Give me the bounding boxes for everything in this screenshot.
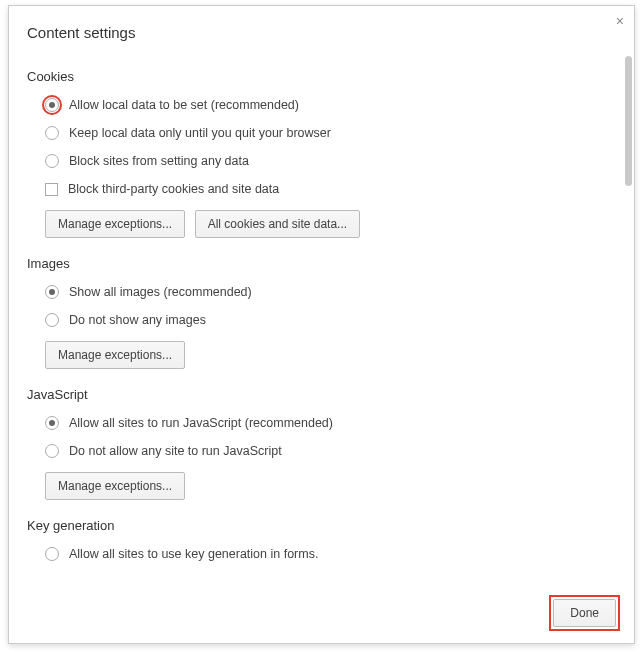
option-label: Show all images (recommended) <box>69 285 252 299</box>
radio-option-keygen-allow[interactable]: Allow all sites to use key generation in… <box>45 543 616 565</box>
manage-exceptions-button[interactable]: Manage exceptions... <box>45 210 185 238</box>
option-label: Do not show any images <box>69 313 206 327</box>
section-title-images: Images <box>27 256 616 271</box>
option-label: Keep local data only until you quit your… <box>69 126 331 140</box>
radio-icon <box>45 313 59 327</box>
radio-option-cookies-session[interactable]: Keep local data only until you quit your… <box>45 122 616 144</box>
content-settings-dialog: × Content settings Cookies Allow local d… <box>8 5 635 644</box>
option-label: Block sites from setting any data <box>69 154 249 168</box>
radio-icon <box>45 444 59 458</box>
option-label: Allow local data to be set (recommended) <box>69 98 299 112</box>
option-label: Allow all sites to run JavaScript (recom… <box>69 416 333 430</box>
highlight-circle-icon <box>42 95 62 115</box>
radio-option-js-allow[interactable]: Allow all sites to run JavaScript (recom… <box>45 412 616 434</box>
radio-icon <box>45 547 59 561</box>
radio-option-images-show[interactable]: Show all images (recommended) <box>45 281 616 303</box>
section-title-javascript: JavaScript <box>27 387 616 402</box>
option-label: Do not allow any site to run JavaScript <box>69 444 282 458</box>
manage-exceptions-button[interactable]: Manage exceptions... <box>45 472 185 500</box>
radio-icon <box>45 154 59 168</box>
radio-icon <box>45 285 59 299</box>
section-title-keygen: Key generation <box>27 518 616 533</box>
checkbox-icon <box>45 183 58 196</box>
checkbox-option-third-party[interactable]: Block third-party cookies and site data <box>45 178 616 200</box>
dialog-content: Cookies Allow local data to be set (reco… <box>9 41 634 601</box>
section-title-cookies: Cookies <box>27 69 616 84</box>
section-javascript: JavaScript Allow all sites to run JavaSc… <box>27 387 616 500</box>
radio-option-images-hide[interactable]: Do not show any images <box>45 309 616 331</box>
close-button[interactable]: × <box>616 14 624 28</box>
radio-option-cookies-block[interactable]: Block sites from setting any data <box>45 150 616 172</box>
dialog-footer: Done <box>9 585 634 643</box>
radio-icon <box>45 98 59 112</box>
dialog-title: Content settings <box>9 6 634 41</box>
radio-icon <box>45 126 59 140</box>
button-row-images: Manage exceptions... <box>45 341 616 369</box>
manage-exceptions-button[interactable]: Manage exceptions... <box>45 341 185 369</box>
option-label: Allow all sites to use key generation in… <box>69 547 318 561</box>
radio-option-cookies-allow[interactable]: Allow local data to be set (recommended) <box>45 94 616 116</box>
done-button[interactable]: Done <box>553 599 616 627</box>
scrollbar-thumb[interactable] <box>625 56 632 186</box>
all-cookies-button[interactable]: All cookies and site data... <box>195 210 360 238</box>
section-cookies: Cookies Allow local data to be set (reco… <box>27 69 616 238</box>
option-label: Block third-party cookies and site data <box>68 182 279 196</box>
highlight-rect-icon: Done <box>549 595 620 631</box>
radio-icon <box>45 416 59 430</box>
section-keygen: Key generation Allow all sites to use ke… <box>27 518 616 565</box>
button-row-cookies: Manage exceptions... All cookies and sit… <box>45 210 616 238</box>
section-images: Images Show all images (recommended) Do … <box>27 256 616 369</box>
radio-option-js-block[interactable]: Do not allow any site to run JavaScript <box>45 440 616 462</box>
button-row-javascript: Manage exceptions... <box>45 472 616 500</box>
